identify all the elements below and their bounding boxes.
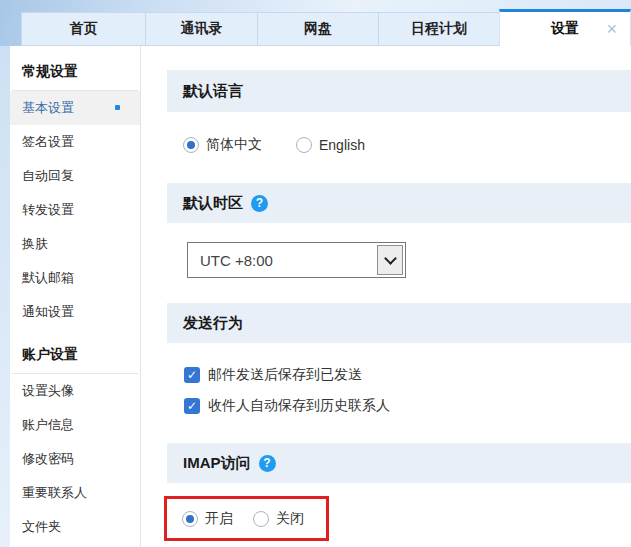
sidebar-item-label: 基本设置: [22, 100, 74, 115]
radio-unselected-icon: [296, 137, 312, 153]
sidebar-item-label: 设置头像: [22, 383, 74, 398]
checkbox-label: 收件人自动保存到历史联系人: [208, 397, 390, 415]
tab-label: 日程计划: [411, 20, 467, 38]
sidebar-item-label: 重要联系人: [22, 485, 87, 500]
radio-english[interactable]: English: [296, 137, 365, 153]
sidebar-item-folders[interactable]: 文件夹: [10, 510, 140, 544]
tab-label: 首页: [70, 20, 98, 38]
tab-label: 网盘: [304, 20, 332, 38]
help-icon[interactable]: ?: [259, 455, 276, 472]
radio-imap-on[interactable]: 开启: [182, 510, 233, 528]
radio-label: English: [319, 137, 365, 153]
tab-contacts[interactable]: 通讯录: [145, 12, 258, 46]
chevron-down-icon: [384, 252, 397, 265]
sidebar-item-label: 账户信息: [22, 417, 74, 432]
sidebar-item-label: 自动回复: [22, 168, 74, 183]
sidebar-item-label: 文件夹: [22, 519, 61, 534]
sidebar-item-notification-settings[interactable]: 通知设置: [10, 295, 140, 329]
help-icon[interactable]: ?: [251, 195, 268, 212]
radio-label: 关闭: [276, 510, 304, 528]
sidebar-item-label: 换肤: [22, 236, 48, 251]
tab-label: 通讯录: [181, 20, 223, 38]
selected-dot-icon: [115, 105, 120, 110]
sidebar-item-label: 转发设置: [22, 202, 74, 217]
radio-unselected-icon: [253, 511, 269, 527]
sidebar-item-basic-settings[interactable]: 基本设置: [10, 91, 140, 125]
section-header-timezone: 默认时区 ?: [167, 183, 631, 223]
section-header-imap: IMAP访问 ?: [167, 443, 631, 483]
section-header-sending-behavior: 发送行为: [167, 303, 631, 343]
checkbox-save-recipients[interactable]: ✓ 收件人自动保存到历史联系人: [184, 396, 390, 416]
radio-label: 开启: [205, 510, 233, 528]
timezone-select-value: UTC +8:00: [200, 252, 273, 269]
highlight-box: 开启 关闭: [164, 496, 329, 541]
sidebar-item-label: 通知设置: [22, 304, 74, 319]
radio-selected-icon: [182, 511, 198, 527]
tab-cloud-drive[interactable]: 网盘: [257, 12, 379, 46]
left-edge-strip: [0, 46, 10, 547]
checkbox-label: 邮件发送后保存到已发送: [208, 366, 362, 384]
tab-label: 设置: [551, 20, 579, 38]
checkbox-checked-icon: ✓: [184, 398, 200, 414]
sidebar-item-account-info[interactable]: 账户信息: [10, 408, 140, 442]
settings-sidebar: 常规设置 基本设置 签名设置 自动回复 转发设置 换肤 默认邮箱 通知设置 账户…: [10, 46, 141, 547]
select-arrow-button[interactable]: [377, 245, 403, 275]
sidebar-item-label: 修改密码: [22, 451, 74, 466]
sidebar-item-signature[interactable]: 签名设置: [10, 125, 140, 159]
radio-imap-off[interactable]: 关闭: [253, 510, 304, 528]
sidebar-item-skin[interactable]: 换肤: [10, 227, 140, 261]
tab-settings[interactable]: 设置 ×: [499, 9, 631, 46]
section-title: IMAP访问: [183, 454, 251, 473]
tab-bar: 首页 通讯录 网盘 日程计划 设置 ×: [21, 12, 631, 46]
sidebar-item-forwarding[interactable]: 转发设置: [10, 193, 140, 227]
radio-label: 简体中文: [206, 136, 262, 154]
sidebar-item-label: 签名设置: [22, 134, 74, 149]
tab-schedule[interactable]: 日程计划: [378, 12, 500, 46]
sidebar-item-label: 默认邮箱: [22, 270, 74, 285]
sidebar-item-avatar[interactable]: 设置头像: [10, 374, 140, 408]
sidebar-item-change-password[interactable]: 修改密码: [10, 442, 140, 476]
radio-selected-icon: [183, 137, 199, 153]
section-title: 默认时区: [183, 194, 243, 213]
sidebar-item-default-mailbox[interactable]: 默认邮箱: [10, 261, 140, 295]
language-radio-group: 简体中文 English: [183, 135, 365, 155]
section-title: 发送行为: [183, 314, 243, 333]
sidebar-group-header-general: 常规设置: [22, 61, 140, 81]
close-icon[interactable]: ×: [606, 20, 617, 38]
sidebar-item-auto-reply[interactable]: 自动回复: [10, 159, 140, 193]
radio-simplified-chinese[interactable]: 简体中文: [183, 136, 262, 154]
checkbox-checked-icon: ✓: [184, 367, 200, 383]
section-header-language: 默认语言: [167, 70, 631, 112]
settings-content: 默认语言 简体中文 English 默认时区 ? UTC +8:00 发送行为 …: [141, 46, 631, 547]
timezone-select[interactable]: UTC +8:00: [187, 242, 406, 278]
tab-home[interactable]: 首页: [21, 12, 146, 46]
sidebar-group-header-account: 账户设置: [22, 344, 140, 364]
sidebar-item-important-contacts[interactable]: 重要联系人: [10, 476, 140, 510]
checkbox-save-to-sent[interactable]: ✓ 邮件发送后保存到已发送: [184, 365, 362, 385]
section-title: 默认语言: [183, 82, 243, 101]
